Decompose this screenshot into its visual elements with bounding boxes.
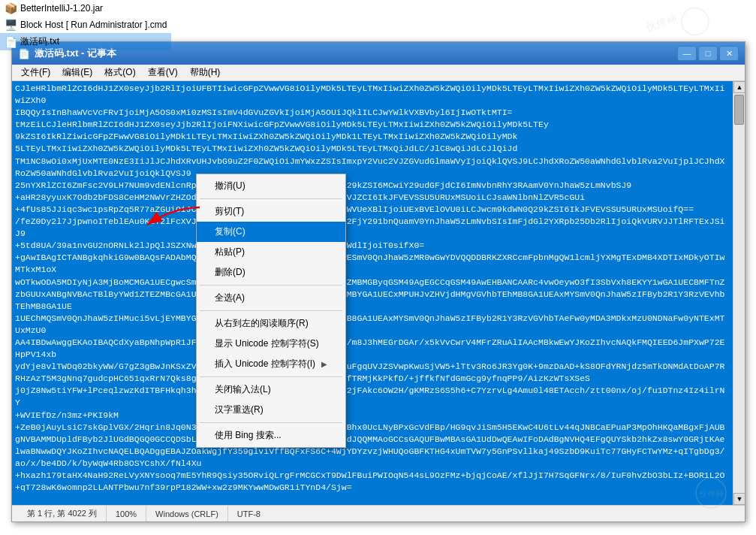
ctx-unicode-ctrl[interactable]: 显示 Unicode 控制字符(S) — [197, 334, 345, 354]
scroll-thumb[interactable] — [734, 95, 744, 125]
top-icons-panel: 📦 BetterIntelliJ-1.20.jar 🖥️ Block Host … — [0, 0, 171, 50]
scroll-down-button[interactable]: ▼ — [733, 493, 745, 505]
minimize-button[interactable]: — — [677, 46, 697, 61]
line-ending: Windows (CRLF) — [146, 506, 228, 521]
ctx-separator-3 — [200, 310, 342, 311]
ctx-insert-unicode[interactable]: 插入 Unicode 控制字符(I) ▶ — [197, 354, 345, 374]
menu-format[interactable]: 格式(O) — [98, 65, 141, 80]
jar-icon: 📦 — [5, 2, 17, 14]
jihuoma-label: 激活码.txt — [20, 35, 59, 48]
submenu-arrow-icon: ▶ — [321, 360, 327, 368]
context-menu: 撤消(U) 剪切(T) 复制(C) 粘贴(P) 删除(D) 全选(A) 从右到左… — [196, 174, 346, 448]
svg-text:伙伴神: 伙伴神 — [645, 14, 678, 32]
status-bar: 第 1 行, 第 4022 列 100% Windows (CRLF) UTF-… — [12, 505, 745, 521]
blockhost-label: Block Host [ Run Administrator ].cmd — [20, 20, 167, 30]
content-area: CJleHRlbmRlZCI6dHJ1ZX0seyJjb2RlIjoiUFBTI… — [12, 81, 745, 505]
ctx-bing-search[interactable]: 使用 Bing 搜索... — [197, 425, 345, 446]
desktop-icon-betterintellij[interactable]: 📦 BetterIntelliJ-1.20.jar — [0, 0, 171, 17]
encoding: UTF-8 — [228, 506, 270, 521]
menu-file[interactable]: 文件(F) — [15, 65, 56, 80]
cmd-icon: 🖥️ — [5, 19, 17, 31]
scroll-track[interactable] — [733, 93, 745, 493]
ctx-close-ime[interactable]: 关闭输入法(L) — [197, 379, 345, 400]
maximize-button[interactable]: □ — [698, 46, 718, 61]
close-button[interactable]: ✕ — [719, 46, 739, 61]
text-editor[interactable]: CJleHRlbmRlZCI6dHJ1ZX0seyJjb2RlIjoiUFBTI… — [12, 81, 733, 505]
desktop-icon-blockhost[interactable]: 🖥️ Block Host [ Run Administrator ].cmd — [0, 17, 171, 33]
ctx-separator-2 — [200, 285, 342, 286]
ctx-delete[interactable]: 删除(D) — [197, 262, 345, 283]
desktop: 📦 BetterIntelliJ-1.20.jar 🖥️ Block Host … — [0, 0, 756, 535]
txt-icon: 📄 — [5, 36, 17, 48]
menu-edit[interactable]: 编辑(E) — [56, 65, 98, 80]
ctx-copy[interactable]: 复制(C) — [197, 222, 345, 242]
ctx-separator-1 — [200, 198, 342, 199]
cursor-position: 第 1 行, 第 4022 列 — [18, 506, 107, 521]
ctx-separator-4 — [200, 376, 342, 377]
ctx-rtl[interactable]: 从右到左的阅读顺序(R) — [197, 313, 345, 334]
svg-point-1 — [679, 5, 712, 38]
ctx-cut[interactable]: 剪切(T) — [197, 201, 345, 222]
scroll-up-button[interactable]: ▲ — [733, 81, 745, 93]
title-bar-buttons: — □ ✕ — [677, 46, 739, 61]
zoom-level: 100% — [107, 506, 146, 521]
menu-view[interactable]: 查看(V) — [142, 65, 184, 80]
vertical-scrollbar[interactable]: ▲ ▼ — [733, 81, 745, 505]
desktop-icon-jihuoma[interactable]: 📄 激活码.txt — [0, 33, 171, 50]
ctx-paste[interactable]: 粘贴(P) — [197, 242, 345, 262]
menu-bar: 文件(F) 编辑(E) 格式(O) 查看(V) 帮助(H) — [12, 65, 745, 81]
ctx-hanzi[interactable]: 汉字重选(R) — [197, 400, 345, 420]
menu-help[interactable]: 帮助(H) — [184, 65, 227, 80]
betterintellij-label: BetterIntelliJ-1.20.jar — [20, 3, 103, 14]
notepad-window: 📄 激活码.txt - 记事本 — □ ✕ 文件(F) 编辑(E) 格式(O) … — [11, 41, 745, 522]
ctx-undo[interactable]: 撤消(U) — [197, 176, 345, 196]
ctx-select-all[interactable]: 全选(A) — [197, 288, 345, 308]
ctx-separator-5 — [200, 422, 342, 423]
